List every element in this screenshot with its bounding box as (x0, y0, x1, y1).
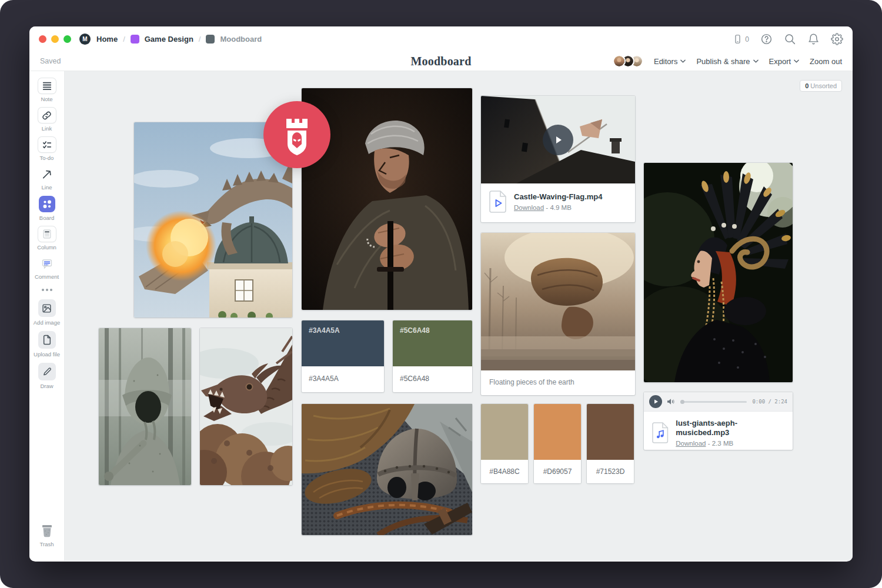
play-icon (552, 134, 564, 146)
video-play-button[interactable] (543, 125, 573, 155)
breadcrumb-moodboard: Moodboard (220, 35, 262, 44)
tool-column[interactable]: Column (29, 226, 64, 250)
editors-menu[interactable]: Editors (654, 57, 686, 66)
header: M Home / Game Design / Moodboard 0 (29, 26, 853, 71)
video-card[interactable]: Castle-Waving-Flag.mp4 Download - 4.9 MB (481, 96, 635, 222)
image-woman-headdress[interactable] (644, 163, 793, 382)
floating-rock-card[interactable]: Floating pieces of the earth (481, 233, 635, 395)
swatch-hex-overlay: #3A4A5A (309, 326, 340, 335)
save-status: Saved (40, 57, 61, 65)
publish-share-menu[interactable]: Publish & share (696, 57, 758, 66)
trash-icon (39, 523, 55, 539)
color-swatch-card[interactable]: #71523D (587, 404, 634, 483)
video-size: - 4.9 MB (546, 204, 571, 211)
audio-download-link[interactable]: Download (676, 440, 706, 447)
audio-play-button[interactable] (649, 395, 662, 408)
help-button[interactable] (760, 33, 773, 45)
chevron-down-icon (753, 59, 759, 63)
search-button[interactable] (784, 33, 796, 45)
tool-todo[interactable]: To-do (29, 137, 64, 161)
breadcrumb-separator: / (123, 35, 125, 44)
maximize-window-button[interactable] (64, 35, 71, 43)
breadcrumb-separator: / (199, 35, 201, 44)
settings-button[interactable] (831, 33, 843, 45)
tool-draw[interactable]: Draw (29, 363, 64, 389)
desktop-background: M Home / Game Design / Moodboard 0 (0, 0, 882, 588)
audio-card[interactable]: 0:00 / 2:24 lust-giants-aeph-musicbed.mp… (644, 392, 793, 450)
device-preview-button[interactable]: 0 (733, 33, 749, 45)
notifications-button[interactable] (807, 33, 820, 45)
editor-avatars[interactable] (613, 55, 643, 68)
board-icon (39, 196, 55, 212)
color-swatch-card[interactable]: #3A4A5A #3A4A5A (302, 320, 384, 392)
unsorted-label: Unsorted (810, 82, 837, 89)
close-window-button[interactable] (39, 35, 46, 43)
audio-player: 0:00 / 2:24 (644, 392, 793, 412)
color-swatch-card[interactable]: #B4A88C (481, 404, 528, 483)
breadcrumb-home[interactable]: Home (96, 35, 118, 44)
tool-upload-file[interactable]: Upload file (29, 331, 64, 358)
floating-rock-illustration (481, 233, 635, 370)
swatch-color-block: #3A4A5A (302, 320, 384, 366)
audio-file-icon (652, 422, 669, 444)
avatar (613, 55, 626, 68)
breadcrumb: Home / Game Design / Moodboard (96, 35, 262, 44)
tool-note[interactable]: Note (29, 78, 64, 102)
unsorted-count: 0 (805, 82, 808, 89)
image-caption: Floating pieces of the earth (481, 370, 635, 394)
viking-helmet-illustration (302, 404, 472, 535)
color-swatch-card[interactable]: #5C6A48 #5C6A48 (393, 320, 472, 392)
video-thumbnail (481, 96, 635, 183)
board-thumb-icon-game-design[interactable] (131, 35, 139, 44)
unsorted-badge[interactable]: 0 Unsorted (800, 80, 842, 92)
volume-icon[interactable] (667, 398, 675, 405)
video-file-icon (489, 191, 507, 213)
device-icon (733, 33, 743, 45)
minimize-window-button[interactable] (51, 35, 59, 43)
swatch-hex-label: #B4A88C (481, 460, 528, 483)
tool-board[interactable]: Board (29, 196, 64, 221)
swatch-color-block (587, 404, 634, 460)
upload-file-icon (42, 335, 52, 345)
video-filename: Castle-Waving-Flag.mp4 (514, 192, 602, 202)
audio-size: - 2.3 MB (708, 440, 733, 447)
image-viking-helmet[interactable] (302, 404, 472, 535)
milanote-logo[interactable]: M (79, 34, 91, 45)
tool-link[interactable]: Link (29, 108, 64, 132)
crest-shield-icon[interactable] (263, 101, 330, 168)
board-thumb-icon-moodboard[interactable] (206, 35, 215, 44)
export-menu[interactable]: Export (769, 57, 800, 66)
window-controls (39, 35, 71, 43)
device-count: 0 (745, 35, 749, 44)
gear-icon (831, 33, 843, 45)
tool-line[interactable]: Line (29, 166, 64, 191)
tool-comment[interactable]: Comment (29, 256, 64, 280)
swatch-hex-label: #D69057 (534, 460, 581, 483)
image-knight-statue[interactable] (99, 328, 191, 485)
bell-icon (807, 33, 820, 45)
export-label: Export (769, 57, 791, 66)
zoom-out-button[interactable]: Zoom out (810, 57, 842, 66)
tool-add-image[interactable]: Add image (29, 299, 64, 326)
audio-time: 0:00 / 2:24 (752, 399, 787, 405)
woman-headdress-illustration (644, 163, 793, 382)
swatch-hex-label: #71523D (587, 460, 634, 483)
image-dragon-head-statue[interactable] (200, 328, 292, 485)
color-swatch-card[interactable]: #D69057 (534, 404, 581, 483)
breadcrumb-game-design[interactable]: Game Design (145, 35, 193, 44)
swatch-hex-label: #3A4A5A (302, 366, 384, 391)
editors-label: Editors (654, 57, 677, 66)
dragon-head-illustration (200, 328, 292, 485)
audio-progress-knob[interactable] (680, 400, 684, 404)
app-window: M Home / Game Design / Moodboard 0 (29, 26, 853, 562)
search-icon (784, 33, 796, 45)
board-canvas[interactable]: Castle-Waving-Flag.mp4 Download - 4.9 MB (65, 71, 853, 561)
audio-progress-track[interactable] (680, 401, 747, 403)
trash[interactable]: Trash (29, 523, 64, 547)
more-tools-button[interactable] (42, 289, 52, 291)
knight-statue-illustration (99, 328, 191, 485)
swatch-hex-label: #5C6A48 (393, 366, 472, 391)
swatch-color-block: #5C6A48 (393, 320, 472, 366)
video-download-link[interactable]: Download (514, 204, 544, 211)
add-image-icon (42, 303, 52, 313)
